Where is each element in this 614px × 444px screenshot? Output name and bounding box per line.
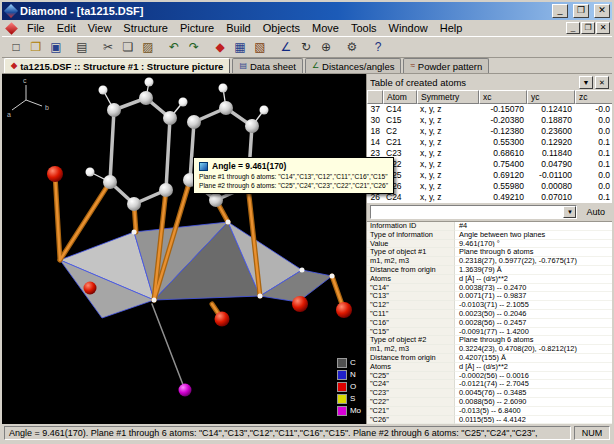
table-row[interactable]: 18 C2 x, y, z -0.12380 0.23600 0.0 (367, 126, 612, 137)
column-xc[interactable]: xc (479, 90, 527, 104)
table-row[interactable]: 14 C21 x, y, z 0.55300 0.12920 0.1 (367, 137, 612, 148)
menu-item[interactable]: Help (434, 22, 469, 34)
picture-icon[interactable]: ▧ (250, 37, 270, 57)
table-row[interactable]: 24 C25 x, y, z 0.69120 -0.01100 0.0 (367, 170, 612, 181)
info-row[interactable]: Atoms d [Å] -- (d/s)**2 (367, 363, 612, 372)
tab-data-sheet[interactable]: ▤ Data sheet (232, 58, 303, 73)
atom-symmetry: x, y, z (417, 148, 479, 159)
info-row[interactable]: "C14" 0.0038(73) -- 0.2470 (367, 284, 612, 293)
close-button[interactable]: ✕ (594, 4, 610, 18)
tab-powder-pattern[interactable]: ≈ Powder pattern (403, 58, 489, 73)
table-row[interactable]: 25 C26 x, y, z 0.55980 0.00080 0.0 (367, 181, 612, 192)
tab-structure-picture[interactable]: ◆ ta1215.DSF :: Structure #1 : Structure… (4, 58, 230, 73)
menu-item[interactable]: File (21, 22, 51, 34)
copy-icon[interactable]: ❏ (118, 37, 138, 57)
data-table-icon[interactable]: ▦ (230, 37, 250, 57)
menu-item[interactable]: Tools (345, 22, 383, 34)
info-value: Plane through 6 atoms (455, 248, 612, 257)
paste-icon[interactable]: ▨ (138, 37, 158, 57)
structure-3d-view[interactable]: a b c (2, 74, 366, 424)
info-value: -0.0091(77) -- 1.4200 (455, 328, 612, 337)
chevron-down-icon[interactable]: ▼ (563, 206, 576, 218)
info-row[interactable]: Type of information Angle between two pl… (367, 231, 612, 240)
column-symmetry[interactable]: Symmetry (417, 90, 479, 104)
redo-icon[interactable]: ↷ (184, 37, 204, 57)
info-row[interactable]: "C21" -0.013(5) -- 6.8400 (367, 407, 612, 416)
info-row[interactable]: "C13" 0.0071(71) -- 0.9837 (367, 292, 612, 301)
menu-item[interactable]: Picture (174, 22, 220, 34)
column-zc[interactable]: zc (575, 90, 613, 104)
info-row[interactable]: Distance from origin 1.3639(79) Å (367, 266, 612, 275)
save-icon[interactable]: ▣ (46, 37, 66, 57)
info-row[interactable]: Information ID #4 (367, 222, 612, 231)
menu-item[interactable]: Build (220, 22, 256, 34)
menu-item[interactable]: Move (306, 22, 345, 34)
panel-close-button[interactable]: ✕ (595, 76, 609, 89)
cut-icon[interactable]: ✂ (98, 37, 118, 57)
menu-item[interactable]: Objects (257, 22, 306, 34)
info-value: -0.013(5) -- 6.8400 (455, 407, 612, 416)
undo-icon[interactable]: ↶ (164, 37, 184, 57)
help-icon[interactable]: ? (368, 37, 388, 57)
column-index[interactable] (367, 90, 383, 104)
info-row[interactable]: Value 9.461(170) ° (367, 240, 612, 249)
column-yc[interactable]: yc (527, 90, 575, 104)
table-row[interactable]: 23 C23 x, y, z 0.68610 0.11840 0.1 (367, 148, 612, 159)
print-icon[interactable]: ▤ (72, 37, 92, 57)
info-row[interactable]: Atoms d [Å] -- (d/s)**2 (367, 275, 612, 284)
info-row[interactable]: Type of object #2 Plane through 6 atoms (367, 336, 612, 345)
atom-zc: 0.0 (575, 170, 612, 181)
mdi-restore-button[interactable]: ❐ (581, 22, 595, 34)
info-row[interactable]: "C16" 0.0028(56) -- 0.2457 (367, 319, 612, 328)
info-row[interactable]: "C22" 0.0088(56) -- 2.6090 (367, 398, 612, 407)
structure-diamond-icon[interactable]: ◆ (210, 37, 230, 57)
new-document-icon[interactable]: □ (6, 37, 26, 57)
settings-gear-icon[interactable]: ⚙ (342, 37, 362, 57)
legend-item[interactable]: C (337, 357, 361, 368)
info-row[interactable]: m1, m2, m3 0.3224(23), 0.4708(20), -0.82… (367, 345, 612, 354)
info-row[interactable]: Distance from origin 0.4207(155) Å (367, 354, 612, 363)
table-row[interactable]: 30 C15 x, y, z -0.20380 0.18870 0.0 (367, 115, 612, 126)
info-row[interactable]: "C26" 0.0115(55) -- 4.4142 (367, 416, 612, 424)
info-row[interactable]: "C12" -0.0103(71) -- 2.1055 (367, 301, 612, 310)
info-row[interactable]: "C23" 0.0045(76) -- 0.3485 (367, 389, 612, 398)
row-number: 30 (367, 115, 383, 126)
table-row[interactable]: 22 C22 x, y, z 0.75400 0.04790 0.1 (367, 159, 612, 170)
maximize-button[interactable]: ❐ (573, 4, 589, 18)
mdi-minimize-button[interactable]: _ (566, 22, 580, 34)
info-row[interactable]: Type of object #1 Plane through 6 atoms (367, 248, 612, 257)
table-row[interactable]: 37 C14 x, y, z -0.15070 0.12410 -0.0 (367, 104, 612, 115)
info-row[interactable]: "C24" -0.0121(74) -- 2.7045 (367, 380, 612, 389)
info-row[interactable]: "C15" -0.0091(77) -- 1.4200 (367, 328, 612, 337)
panel-dropdown-button[interactable]: ▼ (579, 76, 593, 89)
menu-item[interactable]: Edit (51, 22, 82, 34)
element-symbol: N (350, 371, 356, 379)
info-label: Type of object #2 (367, 336, 455, 345)
menu-item[interactable]: Window (383, 22, 434, 34)
minimize-button[interactable]: _ (552, 4, 568, 18)
info-row[interactable]: "C25" -0.0002(56) -- 0.0016 (367, 372, 612, 381)
open-file-icon[interactable]: ❐ (26, 37, 46, 57)
element-symbol: C (350, 359, 356, 367)
legend-item[interactable]: N (337, 369, 361, 380)
table-row[interactable]: 26 C24 x, y, z 0.49210 0.07010 0.1 (367, 192, 612, 203)
diamond-icon: ◆ (11, 62, 17, 70)
mdi-close-button[interactable]: ✕ (596, 22, 610, 34)
filter-combo[interactable]: ▼ (370, 205, 577, 219)
info-row[interactable]: m1, m2, m3 0.2318(27), 0.5977(22), -0.76… (367, 257, 612, 266)
info-row[interactable]: "C11" 0.0023(50) -- 0.2046 (367, 310, 612, 319)
column-atom[interactable]: Atom (383, 90, 417, 104)
info-label: Atoms (367, 363, 455, 372)
tab-distances-angles[interactable]: ∠ Distances/angles (305, 58, 402, 73)
auto-button[interactable]: Auto (582, 207, 609, 217)
legend-item[interactable]: Mo (337, 405, 361, 416)
menu-item[interactable]: Structure (117, 22, 174, 34)
rotate-icon[interactable]: ↻ (296, 37, 316, 57)
zoom-icon[interactable]: ⊕ (316, 37, 336, 57)
legend-item[interactable]: S (337, 393, 361, 404)
menu-item[interactable]: View (82, 22, 118, 34)
mdi-window-buttons: _ ❐ ✕ (565, 22, 610, 34)
atom-symmetry: x, y, z (417, 115, 479, 126)
distances-angle-icon[interactable]: ∠ (276, 37, 296, 57)
legend-item[interactable]: O (337, 381, 361, 392)
